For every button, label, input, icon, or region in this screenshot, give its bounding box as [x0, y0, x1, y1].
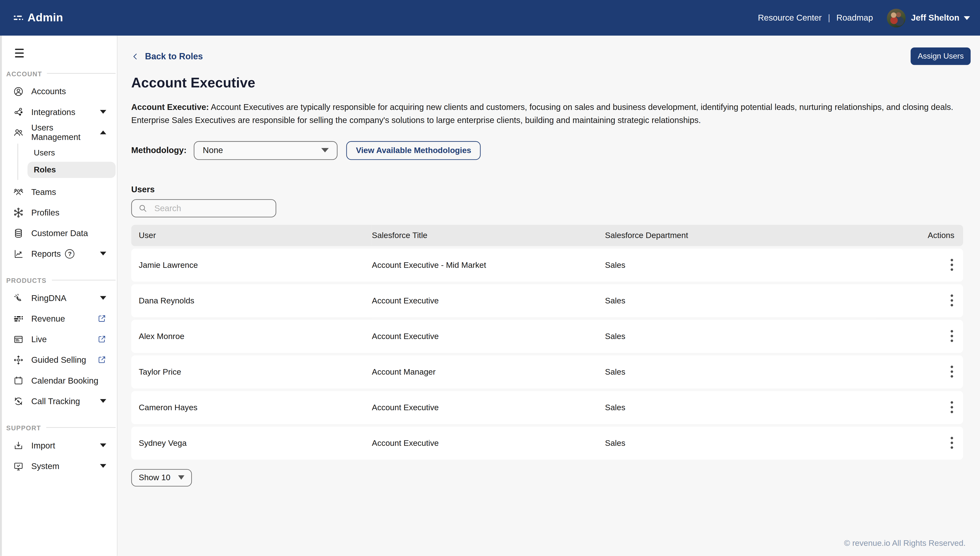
sidebar-item-reports[interactable]: Reports ?: [0, 243, 117, 264]
user-name: Jeff Shelton: [911, 13, 959, 23]
actions-cell: [876, 355, 963, 388]
column-actions: Actions: [876, 225, 963, 246]
user-cell: Alex Monroe: [131, 319, 372, 352]
title-cell: Account Executive: [372, 427, 605, 460]
table-row: Alex Monroe Account Executive Sales: [131, 319, 963, 352]
resource-center-link[interactable]: Resource Center: [758, 13, 821, 23]
chevron-down-icon: [100, 110, 106, 113]
row-actions-kebab-button[interactable]: [946, 363, 957, 380]
roadmap-link[interactable]: Roadmap: [836, 13, 873, 23]
user-cell: Taylor Price: [131, 355, 372, 388]
window-icon: [13, 334, 24, 344]
department-cell: Sales: [605, 391, 876, 424]
title-cell: Account Executive: [372, 319, 605, 352]
row-actions-kebab-button[interactable]: [946, 434, 957, 452]
methodology-label: Methodology:: [131, 145, 186, 155]
title-cell: Account Executive - Mid Market: [372, 248, 605, 281]
copyright-text: © revenue.io All Rights Reserved.: [844, 538, 966, 548]
methodology-row: Methodology: None View Available Methodo…: [131, 141, 971, 160]
sidebar: ACCOUNT Accounts Integrations Users Mana…: [0, 36, 118, 556]
profiles-icon: [13, 207, 24, 218]
section-label-products: PRODUCTS: [6, 276, 116, 284]
hamburger-menu-icon[interactable]: [15, 48, 24, 57]
users-icon: [13, 127, 24, 138]
page-title: Account Executive: [131, 75, 971, 91]
integrations-icon: [13, 107, 24, 117]
external-link-icon: [97, 314, 106, 323]
sidebar-item-ringdna[interactable]: RingDNA: [0, 288, 117, 308]
chevron-down-icon: [964, 16, 970, 19]
department-cell: Sales: [605, 319, 876, 352]
kebab-menu-icon: [950, 401, 954, 414]
title-cell: Account Executive: [372, 284, 605, 317]
page-topbar: Back to Roles Assign Users: [131, 47, 971, 65]
sidebar-item-system[interactable]: System: [0, 456, 117, 476]
sidebar-item-integrations[interactable]: Integrations: [0, 102, 117, 122]
view-methodologies-button[interactable]: View Available Methodologies: [347, 141, 481, 160]
search-box: [131, 199, 276, 217]
kebab-menu-icon: [950, 365, 954, 378]
user-cell: Jamie Lawrence: [131, 248, 372, 281]
row-actions-kebab-button[interactable]: [946, 327, 957, 345]
department-cell: Sales: [605, 284, 876, 317]
table-row: Dana Reynolds Account Executive Sales: [131, 284, 963, 317]
table-header-row: User Salesforce Title Salesforce Departm…: [131, 225, 963, 246]
database-icon: [13, 228, 24, 238]
sidebar-item-profiles[interactable]: Profiles: [0, 202, 117, 223]
assign-users-button[interactable]: Assign Users: [911, 47, 971, 65]
sidebar-item-accounts[interactable]: Accounts: [0, 81, 117, 102]
sidebar-item-live[interactable]: Live: [0, 329, 117, 349]
sidebar-item-calendar-booking[interactable]: Calendar Booking: [0, 370, 117, 391]
column-salesforce-title: Salesforce Title: [372, 225, 605, 246]
user-circle-icon: [13, 86, 24, 97]
role-description: Account Executive: Account Executives ar…: [131, 100, 971, 128]
sidebar-item-call-tracking[interactable]: Call Tracking: [0, 391, 117, 411]
revenue-logo-icon: [13, 314, 24, 324]
users-management-children: Users Roles: [18, 143, 117, 180]
row-actions-kebab-button[interactable]: [946, 292, 957, 309]
sidebar-item-guided-selling[interactable]: Guided Selling: [0, 349, 117, 370]
chevron-down-icon: [322, 148, 329, 153]
column-salesforce-department: Salesforce Department: [605, 225, 876, 246]
section-label-account: ACCOUNT: [6, 70, 116, 77]
chevron-up-icon: [100, 131, 106, 134]
calendar-icon: [13, 375, 24, 386]
chevron-down-icon: [100, 443, 106, 447]
avatar[interactable]: [887, 8, 905, 27]
user-menu[interactable]: Jeff Shelton: [911, 13, 970, 23]
back-to-roles-link[interactable]: Back to Roles: [131, 51, 203, 61]
sidebar-item-import[interactable]: Import: [0, 435, 117, 456]
title-cell: Account Manager: [372, 355, 605, 388]
main-content: Back to Roles Assign Users Account Execu…: [118, 36, 980, 556]
search-icon: [138, 204, 147, 213]
brand[interactable]: Admin: [14, 11, 63, 24]
chevron-down-icon: [100, 399, 106, 403]
actions-cell: [876, 391, 963, 424]
chevron-down-icon: [178, 475, 184, 480]
top-navbar: Admin Resource Center | Roadmap Jeff She…: [0, 0, 980, 36]
revenue-io-logo-icon: [14, 16, 23, 20]
table-row: Sydney Vega Account Executive Sales: [131, 427, 963, 460]
users-table: User Salesforce Title Salesforce Departm…: [131, 222, 963, 462]
app-title: Admin: [28, 11, 63, 24]
help-icon[interactable]: ?: [65, 249, 75, 259]
row-actions-kebab-button[interactable]: [946, 399, 957, 416]
call-tracking-icon: [13, 396, 24, 406]
sidebar-item-roles[interactable]: Roles: [28, 162, 116, 178]
sidebar-item-users[interactable]: Users: [28, 145, 116, 161]
search-input[interactable]: [153, 203, 269, 213]
sidebar-item-teams[interactable]: Teams: [0, 181, 117, 202]
methodology-select[interactable]: None: [194, 141, 338, 160]
user-cell: Sydney Vega: [131, 427, 372, 460]
column-user: User: [131, 225, 372, 246]
app-window: Admin Resource Center | Roadmap Jeff She…: [0, 0, 980, 556]
sidebar-item-revenue[interactable]: Revenue: [0, 308, 117, 329]
chevron-left-icon: [131, 52, 139, 61]
users-heading: Users: [131, 184, 971, 194]
sidebar-item-users-management[interactable]: Users Management: [0, 122, 117, 143]
row-actions-kebab-button[interactable]: [946, 256, 957, 274]
sidebar-item-customer-data[interactable]: Customer Data: [0, 223, 117, 243]
table-row: Jamie Lawrence Account Executive - Mid M…: [131, 248, 963, 281]
page-size-select[interactable]: Show 10: [131, 469, 192, 486]
department-cell: Sales: [605, 355, 876, 388]
